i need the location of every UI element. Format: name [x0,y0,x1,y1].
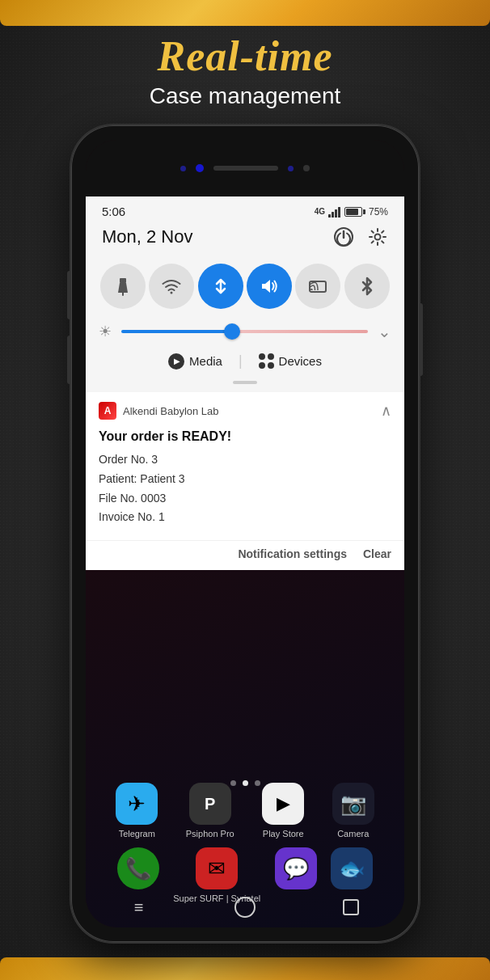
proximity-sensor [288,166,294,171]
brightness-expand-icon[interactable]: ⌄ [378,322,391,341]
media-devices-divider: | [239,353,243,370]
notification-actions: Notification settings Clear [86,540,404,570]
psiphon-label: Psiphon Pro [186,829,234,838]
scroll-indicator [86,378,404,387]
battery-fill [346,209,358,215]
date-row: Mon, 2 Nov [86,223,404,256]
phone-frame: ✈ Telegram P Psiphon Pro ▶ Play Store 📷 … [71,125,419,942]
camera-dot-left [180,166,186,171]
gold-bar-bottom [0,957,490,980]
network-type-icon: 4G [315,207,325,216]
phone-app-icon: 📞 [117,847,159,889]
dot-1 [259,353,265,360]
svg-rect-1 [332,212,334,218]
notification-patient: Patient: Patient 3 [99,470,391,489]
data-transfer-icon [211,277,230,296]
volume-down-button[interactable] [67,336,71,384]
devices-icon [259,353,274,369]
camera-label: Camera [337,829,369,838]
app-icon-letter: A [104,405,112,416]
app-name: Alkendi Babylon Lab [123,405,219,417]
syriatel-icon: ✉ [196,847,238,889]
svg-point-9 [171,292,173,294]
settings-icon[interactable] [367,226,388,247]
battery-percent: 75% [369,206,388,218]
app-icon: A [99,402,116,420]
battery-icon [344,207,365,217]
svg-rect-6 [120,278,126,283]
other-app-icon: 🐟 [331,847,373,889]
signal-strength-icon [328,206,341,218]
volume-up-button[interactable] [67,271,71,319]
telegram-label: Telegram [119,829,155,838]
media-label: Media [189,354,222,368]
date-action-icons [333,226,388,247]
notification-file-no: File No. 0003 [99,489,391,509]
headline: Real-time [0,32,490,80]
recent-apps-button[interactable] [331,895,371,919]
status-time: 5:06 [102,205,125,218]
notification-app-info: A Alkendi Babylon Lab [99,402,219,420]
back-button[interactable]: ≡ [119,895,159,919]
app-telegram[interactable]: ✈ Telegram [116,783,158,838]
app-playstore[interactable]: ▶ Play Store [262,783,304,838]
camera-bar [86,140,404,196]
dot-3 [259,362,265,369]
battery-tip [363,209,365,214]
svg-rect-0 [328,214,331,218]
wifi-toggle[interactable] [149,264,194,309]
notification-invoice-no: Invoice No. 1 [99,508,391,527]
header-area: Real-time Case management [0,32,490,109]
status-bar: 5:06 4G [86,196,404,223]
scroll-bar [233,381,257,384]
wifi-icon [162,277,181,296]
quick-toggles [86,256,404,317]
phone-frame-wrapper: ✈ Telegram P Psiphon Pro ▶ Play Store 📷 … [71,125,419,942]
brightness-row: ☀ ⌄ [86,317,404,346]
phone-screen: ✈ Telegram P Psiphon Pro ▶ Play Store 📷 … [86,140,404,927]
notification-clear-button[interactable]: Clear [363,547,391,560]
notification-title: Your order is READY! [99,429,391,444]
front-camera-right [303,165,310,171]
data-toggle[interactable] [198,264,243,309]
brightness-slider[interactable] [121,330,368,333]
svg-rect-2 [335,209,337,218]
svg-marker-10 [262,280,270,293]
notification-settings-button[interactable]: Notification settings [238,547,347,560]
app-psiphon[interactable]: P Psiphon Pro [186,783,234,838]
media-devices-row: Media | Devices [86,346,404,378]
camera-icon: 📷 [332,783,374,825]
home-button[interactable] [225,895,265,919]
speaker-bar [213,166,278,171]
power-icon[interactable] [333,226,354,247]
svg-point-5 [375,234,381,240]
home-circle [234,897,256,918]
media-button[interactable]: Media [168,353,222,370]
sound-icon [260,277,279,296]
bottom-navigation: ≡ [86,887,404,927]
app-camera[interactable]: 📷 Camera [332,783,374,838]
recent-square [343,899,359,915]
flashlight-toggle[interactable] [100,264,146,309]
notification-order-no: Order No. 3 [99,450,391,470]
brightness-slider-thumb[interactable] [224,323,240,340]
svg-marker-7 [118,283,128,293]
messenger-icon: 💬 [275,847,317,889]
notification-panel: 5:06 4G [86,196,404,570]
psiphon-icon: P [189,783,231,825]
notification-body: Your order is READY! Order No. 3 Patient… [86,426,404,540]
camera-dot-main [196,164,204,172]
subheadline: Case management [0,83,490,109]
app-icons-row-1: ✈ Telegram P Psiphon Pro ▶ Play Store 📷 … [86,783,404,838]
dot-grid [259,353,274,369]
notification-expand-icon[interactable]: ∧ [381,402,391,420]
power-button[interactable] [419,303,423,376]
playstore-label: Play Store [263,829,304,838]
bluetooth-toggle[interactable] [344,264,390,309]
playstore-icon: ▶ [262,783,304,825]
cast-toggle[interactable] [295,264,340,309]
cast-icon [308,277,327,296]
devices-button[interactable]: Devices [259,353,322,369]
bluetooth-icon [357,277,377,296]
sound-toggle[interactable] [247,264,292,309]
